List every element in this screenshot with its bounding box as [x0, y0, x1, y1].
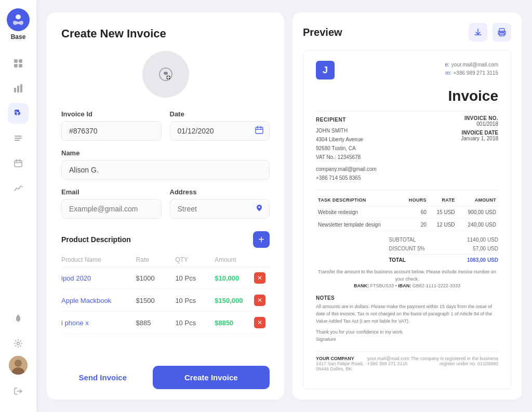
add-product-button[interactable]: + [253, 231, 270, 248]
svg-rect-1 [19, 59, 22, 63]
recipient-block: RECIPIENT JOHN SMITH 4304 Liberty Avenue… [316, 115, 377, 182]
name-label: Name [61, 149, 270, 157]
app-logo[interactable] [7, 8, 30, 31]
notes-label: NOTES [316, 295, 498, 301]
sidebar-item-puzzle[interactable] [8, 103, 29, 124]
col-qty: QTY [175, 256, 210, 263]
invoice-number-block: INVOICE NO. 001/2018 INVOICE DATE Januar… [461, 115, 498, 182]
footer-center: your.mail@mail.com +386 389 271 2115 [367, 356, 409, 371]
invoice-totals: SUBTOTAL 1140,00 USD DISCOUNT 5% 57,00 U… [389, 235, 498, 264]
subtotal-value: 1140,00 USD [467, 237, 498, 243]
email-group: Email [61, 188, 162, 219]
product-rate: $1000 [136, 274, 171, 282]
product-qty: 10 Pcs [175, 274, 210, 282]
footer-address: 1417 San Felipe Road, 08446 Dalles, BK [316, 361, 367, 371]
email-label: Email [61, 188, 162, 196]
logout-icon[interactable] [8, 381, 29, 402]
footer-left: YOUR COMPANY 1417 San Felipe Road, 08446… [316, 356, 367, 371]
discount-value: 57,00 USD [473, 246, 498, 251]
send-invoice-button[interactable]: Send Invoice [61, 366, 144, 389]
subtotal-label: SUBTOTAL [389, 237, 416, 243]
invoice-footer: YOUR COMPANY 1417 San Felipe Road, 08446… [316, 351, 498, 371]
delete-product-button[interactable]: ✕ [254, 317, 265, 328]
user-avatar[interactable] [9, 356, 28, 375]
signature: Signature [316, 336, 498, 343]
svg-rect-8 [15, 138, 22, 139]
sidebar-item-settings[interactable] [8, 333, 29, 354]
invoice-logo: J [316, 61, 335, 79]
subtotal-row: SUBTOTAL 1140,00 USD [389, 235, 498, 244]
recipient-addr1: 4304 Liberty Avenue [316, 135, 377, 144]
preview-header-bar: Preview [303, 23, 511, 42]
product-name: ipod 2020 [61, 274, 132, 282]
iban-label: IBAN: [398, 283, 411, 288]
email-icon-label: e: [445, 62, 449, 68]
task-hours: 20 [401, 219, 428, 231]
sidebar: Base [0, 0, 36, 412]
invoice-date-value: January 1, 2018 [461, 136, 498, 141]
col-rate: Rate [136, 256, 171, 263]
svg-point-15 [18, 314, 19, 315]
product-name: Apple Mackbook [61, 297, 132, 304]
product-amount: $10,000 [215, 274, 250, 282]
th-amount: AMOUNT [457, 194, 498, 206]
recipient-label: RECIPIENT [316, 115, 377, 124]
sidebar-item-calendar[interactable] [8, 153, 29, 174]
recipient-phone: +386 714 505 8365 [316, 174, 377, 182]
invoice-contact-phone: +386 989 271 3115 [454, 70, 498, 76]
footer-register: The company is registered in the busines… [409, 356, 498, 366]
bank-text: Transfer the amount to the business acco… [316, 269, 498, 283]
sidebar-item-analytics[interactable] [8, 78, 29, 99]
avatar-upload[interactable] [142, 51, 189, 98]
invoice-no-value: 001/2018 [461, 121, 498, 127]
total-value: 1083,00 USD [467, 257, 498, 263]
svg-rect-7 [15, 136, 22, 137]
product-section: Product Description + Product Name Rate … [61, 231, 270, 334]
name-input[interactable] [61, 160, 270, 180]
th-description: TASK DESCRIPTION [316, 194, 401, 206]
date-input[interactable] [170, 121, 270, 141]
svg-rect-14 [17, 321, 19, 322]
address-input[interactable] [170, 199, 270, 219]
sidebar-item-bell[interactable] [8, 308, 29, 329]
invoice-id-group: Invoice Id [61, 110, 162, 141]
table-row: ipod 2020 $1000 10 Pcs $10,000 ✕ [61, 267, 270, 289]
svg-rect-0 [14, 59, 18, 63]
create-invoice-button[interactable]: Create Invoice [153, 366, 270, 389]
svg-rect-3 [19, 64, 22, 68]
recipient-name: JOHN SMITH [316, 126, 377, 135]
table-row: Apple Mackbook $1500 10 Pcs $150,000 ✕ [61, 289, 270, 312]
name-group: Name [61, 149, 270, 180]
th-hours: HOURS [401, 194, 428, 206]
delete-product-button[interactable]: ✕ [254, 295, 265, 306]
product-rows: ipod 2020 $1000 10 Pcs $10,000 ✕ Apple M… [61, 267, 270, 334]
task-desc: Newsletter template design [316, 219, 401, 231]
task-hours: 60 [401, 206, 428, 219]
product-table-header: Product Name Rate QTY Amount [61, 253, 270, 267]
phone-icon-label: m: [445, 70, 451, 76]
col-product-name: Product Name [61, 256, 132, 263]
notes-signature-text: Thank you for your confidence in my work… [316, 328, 498, 336]
footer-email: your.mail@mail.com [367, 356, 409, 361]
date-label: Date [170, 110, 270, 118]
notes-text: All amounts are in dollars. Please make … [316, 303, 498, 325]
product-qty: 10 Pcs [175, 297, 210, 304]
iban-value: GB82-1111-2222-3333 [413, 283, 460, 288]
sidebar-item-dashboard[interactable] [8, 53, 29, 74]
download-button[interactable] [469, 23, 487, 42]
svg-rect-31 [499, 29, 504, 32]
table-row: Website redesign 60 15 USD 900,00 USD [316, 206, 498, 219]
product-qty: 10 Pcs [175, 319, 210, 327]
email-input[interactable] [61, 199, 162, 219]
invoice-id-input[interactable] [61, 121, 162, 141]
sidebar-item-document[interactable] [8, 128, 29, 149]
svg-rect-5 [17, 86, 19, 92]
invoice-date-label: INVOICE DATE [461, 130, 498, 136]
preview-title: Preview [303, 26, 342, 38]
name-row: Name [61, 149, 270, 180]
print-button[interactable] [493, 23, 511, 42]
sidebar-item-chart[interactable] [8, 178, 29, 198]
product-amount: $8850 [215, 319, 250, 327]
delete-product-button[interactable]: ✕ [254, 272, 265, 284]
svg-rect-10 [15, 161, 22, 167]
